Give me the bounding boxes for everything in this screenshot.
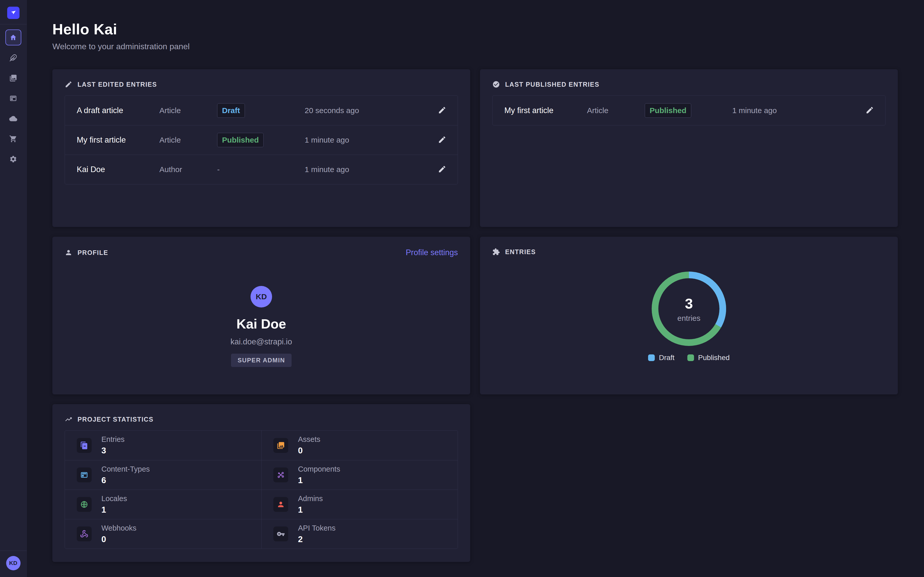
gear-icon (9, 155, 17, 163)
legend-label: Published (698, 354, 730, 362)
strapi-admin-app: KD Hello Kai Welcome to your administrat… (0, 0, 924, 577)
images-icon (9, 74, 17, 82)
page-subtitle: Welcome to your administration panel (52, 42, 898, 51)
stat-locales: Locales 1 (65, 490, 261, 519)
last-edited-table: A draft article Article Draft 20 seconds… (65, 95, 458, 184)
stat-label: Admins (298, 495, 323, 503)
main-content: Hello Kai Welcome to your administration… (27, 0, 924, 577)
pencil-icon (438, 165, 446, 173)
stat-admins: Admins 1 (261, 490, 458, 519)
last-published-entries-card: LAST PUBLISHED ENTRIES My first article … (480, 69, 898, 227)
strapi-logo[interactable] (7, 6, 19, 19)
entry-type: Author (159, 165, 217, 174)
table-row[interactable]: A draft article Article Draft 20 seconds… (65, 96, 458, 125)
table-row[interactable]: Kai Doe Author - 1 minute ago (65, 155, 458, 184)
chart-legend: Draft Published (648, 354, 730, 362)
profile-name: Kai Doe (236, 316, 286, 332)
card-title: LAST PUBLISHED ENTRIES (505, 81, 599, 88)
person-icon (277, 500, 285, 509)
sidebar-item-media-library[interactable] (5, 70, 21, 86)
pencil-icon (65, 81, 73, 88)
stat-value: 1 (102, 505, 127, 515)
status-badge: Draft (217, 103, 245, 118)
pencil-icon (438, 135, 446, 144)
user-avatar-button[interactable]: KD (6, 556, 21, 571)
legend-item-published: Published (687, 354, 730, 362)
table-row[interactable]: My first article Article Published 1 min… (65, 125, 458, 155)
entry-name: My first article (77, 135, 159, 145)
edit-entry-button[interactable] (438, 135, 458, 145)
entry-name: A draft article (77, 106, 159, 115)
role-badge: SUPER ADMIN (231, 354, 292, 367)
status-empty: - (217, 165, 305, 174)
feather-icon (9, 54, 17, 62)
sidebar-item-content-type-builder[interactable] (5, 90, 21, 106)
stat-value: 2 (298, 534, 336, 544)
card-title: PROJECT STATISTICS (78, 416, 153, 423)
edit-entry-button[interactable] (438, 106, 458, 115)
project-statistics-card: PROJECT STATISTICS Entries 3 Assets (52, 404, 470, 562)
trending-up-icon (65, 416, 73, 423)
user-icon (65, 249, 73, 256)
entries-total-label: entries (677, 314, 700, 322)
entries-total: 3 (685, 295, 693, 312)
last-edited-entries-card: LAST EDITED ENTRIES A draft article Arti… (52, 69, 470, 227)
puzzle-icon (492, 248, 500, 256)
layout-icon (9, 94, 17, 102)
entry-time: 1 minute ago (732, 106, 852, 115)
stat-content-types: Content-Types 6 (65, 460, 261, 490)
profile-card: PROFILE Profile settings KD Kai Doe kai.… (52, 237, 470, 395)
page-title: Hello Kai (52, 21, 898, 38)
empty-grid-cell (480, 404, 898, 562)
card-title: LAST EDITED ENTRIES (78, 81, 157, 88)
layout-icon (80, 471, 88, 479)
entry-name: Kai Doe (77, 165, 159, 174)
sidebar-item-home[interactable] (5, 29, 21, 45)
stat-webhooks: Webhooks 0 (65, 519, 261, 548)
cloud-icon (9, 114, 17, 122)
last-published-table: My first article Article Published 1 min… (492, 95, 885, 126)
sidebar-item-content-manager[interactable] (5, 50, 21, 66)
card-title: ENTRIES (505, 248, 536, 256)
legend-label: Draft (659, 354, 675, 362)
stat-label: Locales (102, 495, 127, 503)
stat-value: 0 (298, 446, 320, 455)
sidebar: KD (0, 0, 27, 577)
strapi-logo-icon (10, 9, 17, 16)
key-icon (277, 530, 285, 538)
webhook-icon (80, 530, 88, 538)
edit-entry-button[interactable] (438, 165, 458, 174)
entry-time: 1 minute ago (305, 165, 424, 174)
stat-label: Assets (298, 435, 320, 444)
documents-icon (80, 442, 88, 450)
stats-grid: Entries 3 Assets 0 Con (65, 430, 458, 549)
stat-value: 3 (102, 446, 124, 455)
stat-value: 1 (298, 505, 323, 515)
images-icon (277, 442, 285, 450)
entry-time: 20 seconds ago (305, 106, 424, 115)
stat-value: 0 (102, 534, 137, 544)
legend-item-draft: Draft (648, 354, 675, 362)
stat-label: Components (298, 465, 340, 474)
stat-components: Components 1 (261, 460, 458, 490)
entry-name: My first article (504, 106, 587, 115)
stat-label: Content-Types (102, 465, 150, 474)
stat-api-tokens: API Tokens 2 (261, 519, 458, 548)
check-circle-icon (492, 81, 500, 88)
pencil-icon (866, 106, 874, 114)
entry-time: 1 minute ago (305, 135, 424, 144)
stat-label: API Tokens (298, 524, 336, 532)
sidebar-item-marketplace[interactable] (5, 131, 21, 147)
sidebar-item-deploy[interactable] (5, 111, 21, 126)
sidebar-item-settings[interactable] (5, 151, 21, 167)
status-badge: Published (217, 133, 263, 147)
edit-entry-button[interactable] (866, 106, 885, 115)
card-title: PROFILE (78, 249, 108, 256)
profile-settings-link[interactable]: Profile settings (406, 248, 458, 257)
entry-type: Article (159, 135, 217, 144)
stat-assets: Assets 0 (261, 430, 458, 460)
stat-label: Webhooks (102, 524, 137, 532)
entry-type: Article (587, 106, 645, 115)
table-row[interactable]: My first article Article Published 1 min… (493, 96, 885, 125)
home-icon (9, 34, 17, 42)
